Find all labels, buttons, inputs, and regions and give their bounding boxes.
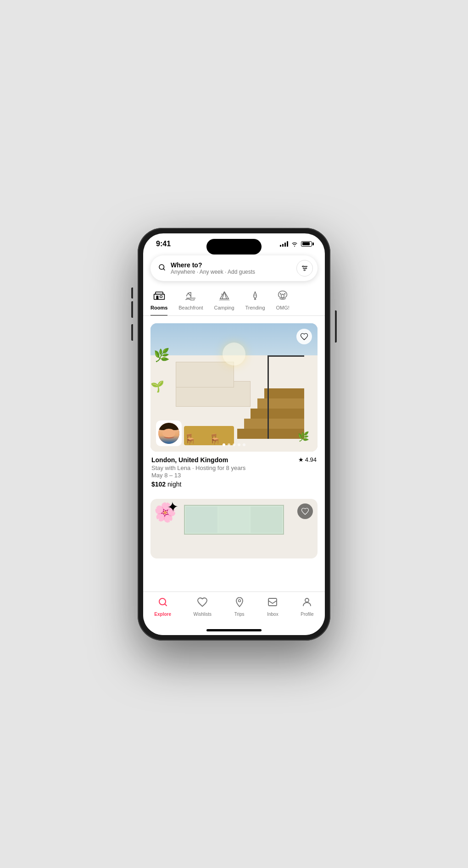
category-tabs: Rooms Beachfront xyxy=(143,287,325,316)
trips-icon xyxy=(234,597,245,610)
nav-profile[interactable]: Profile xyxy=(301,597,313,617)
main-content: Where to? Anywhere · Any week · Add gues… xyxy=(143,252,325,635)
svg-point-5 xyxy=(306,267,307,269)
rating-value: 4.94 xyxy=(305,456,317,463)
svg-point-13 xyxy=(284,293,285,294)
price-amount: $102 xyxy=(151,481,166,488)
svg-point-18 xyxy=(305,598,309,602)
listing-location: London, United Kingdom xyxy=(151,456,228,464)
tab-rooms-label: Rooms xyxy=(150,305,167,310)
phone-screen: 9:41 xyxy=(143,233,325,635)
listings-container: 🌿 🌱 🌿 🪑 🪑 xyxy=(143,316,325,592)
tab-trending-label: Trending xyxy=(245,305,265,310)
listing-card: 🌿 🌱 🌿 🪑 🪑 xyxy=(150,323,318,488)
svg-rect-7 xyxy=(154,294,164,299)
nav-explore[interactable]: Explore xyxy=(154,597,171,617)
svg-point-4 xyxy=(302,265,304,267)
wishlist-button-2[interactable] xyxy=(297,503,313,519)
wishlists-label: Wishlists xyxy=(194,612,212,617)
price-unit: night xyxy=(167,481,181,488)
home-bar xyxy=(206,629,262,631)
status-icons xyxy=(280,241,312,247)
svg-point-11 xyxy=(279,291,287,299)
status-time: 9:41 xyxy=(156,240,171,248)
listing-dates: May 8 – 13 xyxy=(151,472,317,479)
tab-rooms[interactable]: Rooms xyxy=(150,287,167,316)
camping-icon xyxy=(218,290,230,303)
power-button xyxy=(335,310,337,343)
svg-rect-17 xyxy=(268,598,277,606)
svg-point-16 xyxy=(238,599,240,602)
volume-down-button xyxy=(131,324,133,341)
tab-beachfront-label: Beachfront xyxy=(178,305,203,310)
listing-header: London, United Kingdom ★ 4.94 xyxy=(151,456,317,464)
profile-icon xyxy=(301,597,312,610)
tab-camping-label: Camping xyxy=(214,305,234,310)
home-indicator xyxy=(143,626,325,635)
trending-icon xyxy=(249,290,261,303)
explore-label: Explore xyxy=(154,612,171,617)
search-subtitle: Anywhere · Any week · Add guests xyxy=(171,269,292,275)
listing-host: Stay with Lena · Hosting for 8 years xyxy=(151,464,317,471)
listing-image-2[interactable]: 🌸 ✦ xyxy=(150,499,318,558)
host-face xyxy=(158,423,179,444)
search-icon xyxy=(158,263,166,273)
tab-omg-label: OMG! xyxy=(276,305,290,310)
phone-frame: 9:41 xyxy=(138,228,330,641)
tab-camping[interactable]: Camping xyxy=(214,287,234,315)
beachfront-icon xyxy=(185,290,197,303)
listing-card-2: 🌸 ✦ xyxy=(150,499,318,558)
inbox-label: Inbox xyxy=(267,612,278,617)
listing-info: London, United Kingdom ★ 4.94 Stay with … xyxy=(150,452,318,488)
listing-price: $102 night xyxy=(151,481,317,488)
svg-point-12 xyxy=(280,293,281,294)
listing-image[interactable]: 🌿 🌱 🌿 🪑 🪑 xyxy=(150,323,318,452)
inbox-icon xyxy=(267,597,278,610)
tab-omg[interactable]: OMG! xyxy=(276,287,290,315)
profile-label: Profile xyxy=(301,612,313,617)
rooms-icon xyxy=(153,290,165,303)
wishlist-button[interactable] xyxy=(296,329,312,344)
svg-point-14 xyxy=(281,294,284,298)
svg-point-6 xyxy=(304,269,305,271)
volume-up-button xyxy=(131,301,133,318)
search-text: Where to? Anywhere · Any week · Add gues… xyxy=(171,261,292,275)
star-icon: ★ xyxy=(298,456,304,463)
nav-inbox[interactable]: Inbox xyxy=(267,597,278,617)
search-bar[interactable]: Where to? Anywhere · Any week · Add gues… xyxy=(150,255,318,281)
mute-switch xyxy=(131,287,133,299)
svg-rect-8 xyxy=(156,295,158,299)
wifi-icon xyxy=(291,241,298,247)
explore-icon xyxy=(157,597,168,610)
tab-beachfront[interactable]: Beachfront xyxy=(178,287,203,315)
tab-trending[interactable]: Trending xyxy=(245,287,265,315)
search-container: Where to? Anywhere · Any week · Add gues… xyxy=(143,252,325,287)
listing-rating: ★ 4.94 xyxy=(298,456,317,463)
bottom-nav: Explore Wishlists xyxy=(143,592,325,626)
signal-icon xyxy=(280,241,288,247)
omg-icon xyxy=(277,290,289,303)
host-avatar xyxy=(156,420,182,446)
filter-button[interactable] xyxy=(296,260,313,276)
search-title: Where to? xyxy=(171,261,292,269)
svg-point-10 xyxy=(254,294,256,297)
wishlists-icon xyxy=(197,597,208,610)
nav-wishlists[interactable]: Wishlists xyxy=(194,597,212,617)
svg-rect-9 xyxy=(160,295,162,297)
dynamic-island xyxy=(206,239,262,254)
image-dots xyxy=(223,443,245,446)
battery-icon xyxy=(301,241,312,247)
nav-trips[interactable]: Trips xyxy=(234,597,245,617)
trips-label: Trips xyxy=(234,612,245,617)
